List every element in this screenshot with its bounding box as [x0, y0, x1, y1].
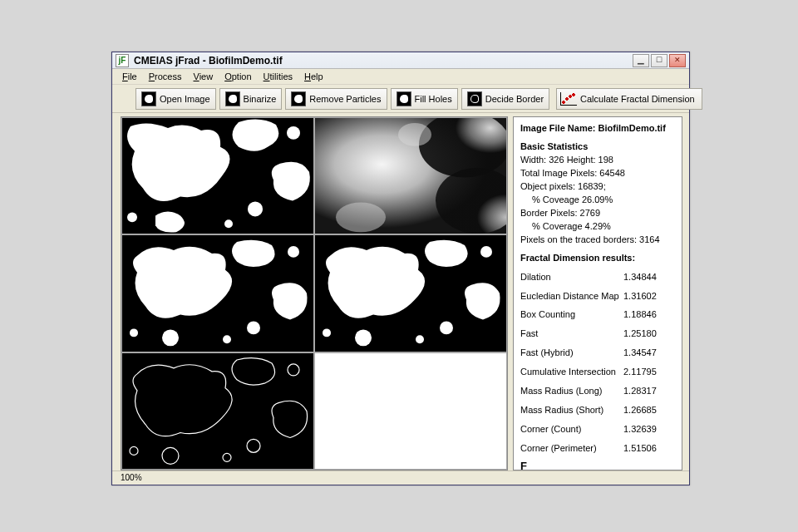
svg-point-13 — [247, 322, 260, 335]
fractal-row-value: 1.51506 — [623, 442, 670, 456]
fractal-row-label: Fast (Hybrid) — [520, 347, 623, 360]
open-image-icon — [141, 91, 156, 106]
fractal-row-value: 1.34844 — [623, 271, 670, 284]
minimize-button[interactable] — [633, 54, 649, 67]
calculate-fractal-label: Calculate Fractal Dimension — [580, 94, 695, 104]
filename-label: Image File Name: — [520, 123, 595, 133]
fractal-row-label: Corner (Perimeter) — [520, 442, 623, 456]
image-panel-empty[interactable] — [314, 352, 507, 470]
binarize-button[interactable]: Binarize — [219, 88, 283, 110]
svg-point-10 — [398, 123, 431, 146]
binarize-icon — [225, 91, 240, 106]
decide-border-label: Decide Border — [485, 94, 544, 104]
fractal-row-value: 1.26685 — [623, 404, 670, 417]
status-zoom: 100% — [121, 473, 142, 482]
fractal-row: Corner (Count)1.32639 — [520, 423, 675, 436]
svg-point-12 — [162, 330, 179, 347]
fractal-row-value: 1.18846 — [623, 308, 670, 322]
svg-point-19 — [440, 322, 453, 335]
scatter-plot-icon — [560, 92, 577, 106]
stat-dims: Width: 326 Height: 198 — [520, 154, 675, 167]
fractal-row-label: Dilation — [520, 271, 623, 284]
menu-option[interactable]: Option — [219, 71, 256, 82]
image-grid — [121, 116, 508, 470]
fractal-row-label: Fast — [520, 328, 623, 341]
stat-border-pixels: Border Pixels: 2769 — [520, 207, 675, 220]
fill-holes-icon — [397, 91, 411, 106]
titlebar[interactable]: jF CMEIAS jFrad - BiofilmDemo.tif — [112, 52, 689, 69]
remove-particles-icon — [291, 91, 306, 106]
decide-border-button[interactable]: Decide Border — [461, 88, 549, 110]
statusbar: 100% — [112, 470, 689, 485]
fractal-results-list: Dilation1.34844Eucledian Distance Map1.3… — [520, 271, 675, 456]
svg-point-1 — [248, 202, 263, 217]
decide-border-icon — [467, 91, 482, 106]
filename-line: Image File Name: BiofilmDemo.tif — [520, 122, 675, 135]
menu-view[interactable]: View — [189, 71, 219, 82]
fractal-results-title: Fractal Dimension results: — [520, 252, 675, 265]
basic-stats-title: Basic Statistics — [520, 140, 675, 154]
image-panel-cleaned-left[interactable] — [121, 234, 314, 352]
svg-point-21 — [416, 336, 424, 344]
info-panel: Image File Name: BiofilmDemo.tif Basic S… — [513, 116, 682, 470]
window-buttons — [633, 54, 686, 67]
close-button[interactable] — [669, 54, 686, 67]
fractal-row: Eucledian Distance Map1.31602 — [520, 290, 675, 303]
svg-point-22 — [323, 329, 331, 337]
fractal-row-label: Mass Radius (Long) — [520, 385, 623, 398]
stat-object-pixels: Object pixels: 16839; — [520, 180, 675, 194]
image-panel-borders[interactable] — [121, 352, 314, 470]
menu-process[interactable]: Process — [144, 71, 187, 82]
fractal-row: Fast (Hybrid)1.34547 — [520, 347, 675, 360]
window-title: CMEIAS jFrad - BiofilmDemo.tif — [134, 55, 628, 66]
filename-value: BiofilmDemo.tif — [598, 123, 666, 133]
toolbar: Open Image Binarize Remove Particles Fil… — [112, 85, 689, 113]
fractal-row: Dilation1.34844 — [520, 271, 675, 284]
fractal-row-value: 1.25180 — [623, 328, 670, 341]
menu-utilities[interactable]: Utilities — [259, 71, 298, 82]
svg-point-18 — [355, 330, 372, 347]
fractal-row-label: Box Counting — [520, 308, 623, 322]
svg-point-4 — [224, 220, 233, 229]
fractal-row-value: 1.31602 — [623, 290, 670, 303]
maximize-button[interactable] — [651, 54, 667, 67]
fractal-row-label: Corner (Count) — [520, 423, 623, 436]
menubar: File Process View Option Utilities Help — [112, 69, 689, 85]
remove-particles-button[interactable]: Remove Particles — [285, 88, 387, 110]
svg-point-2 — [287, 126, 300, 140]
fractal-row: Mass Radius (Short)1.26685 — [520, 404, 675, 417]
fractal-row-value: 1.34547 — [623, 347, 670, 360]
image-panel-binary[interactable] — [121, 117, 314, 234]
fill-holes-label: Fill Holes — [415, 94, 452, 104]
stat-border-coverage: % Coverage 4.29% — [520, 220, 675, 234]
fractal-row: Corner (Perimeter)1.51506 — [520, 442, 675, 456]
fractal-row-label: Mass Radius (Short) — [520, 404, 623, 417]
fractal-row: Box Counting1.18846 — [520, 308, 675, 322]
fractal-row-value: 1.32639 — [623, 423, 670, 436]
menu-help[interactable]: Help — [299, 71, 328, 82]
stat-total-pixels: Total Image Pixels: 64548 — [520, 167, 675, 180]
fractal-row-value: 1.28317 — [623, 385, 670, 398]
stat-traced-borders: Pixels on the traced borders: 3164 — [520, 234, 675, 247]
fractal-row: Cumulative Intersection2.11795 — [520, 366, 675, 379]
app-icon: jF — [116, 54, 129, 67]
image-panel-grayscale[interactable] — [314, 117, 507, 234]
image-panel-cleaned-right[interactable] — [314, 234, 507, 352]
fractal-row: Fast1.25180 — [520, 328, 675, 341]
calculate-fractal-button[interactable]: Calculate Fractal Dimension — [556, 88, 702, 110]
open-image-label: Open Image — [160, 94, 210, 104]
remove-particles-label: Remove Particles — [309, 94, 381, 104]
svg-point-16 — [130, 329, 138, 337]
content-area: Image File Name: BiofilmDemo.tif Basic S… — [112, 113, 689, 470]
fractal-row-value: 2.11795 — [623, 366, 670, 379]
svg-point-3 — [127, 213, 137, 223]
menu-file[interactable]: File — [117, 71, 142, 82]
svg-point-20 — [480, 246, 492, 258]
svg-point-15 — [223, 336, 231, 344]
fractal-row-label: Eucledian Distance Map — [520, 290, 623, 303]
fractal-row-label: Cumulative Intersection — [520, 366, 623, 379]
fill-holes-button[interactable]: Fill Holes — [391, 88, 458, 110]
fractal-row: Mass Radius (Long)1.28317 — [520, 385, 675, 398]
stat-object-coverage: % Coveage 26.09% — [520, 194, 675, 207]
open-image-button[interactable]: Open Image — [135, 88, 216, 110]
